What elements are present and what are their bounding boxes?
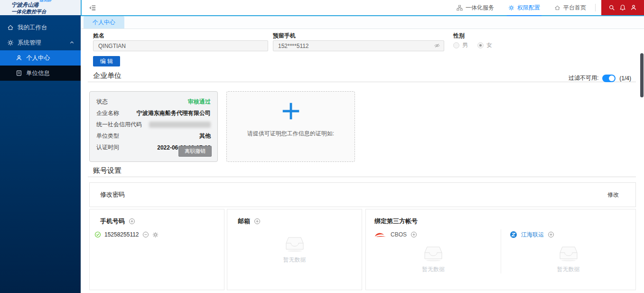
third-party-title: 绑定第三方帐号 — [374, 217, 418, 226]
change-password-row: 修改密码 修改 — [89, 182, 636, 207]
reserved-phone-input[interactable] — [273, 40, 444, 51]
resign-revoke-button[interactable]: 离职撤销 — [178, 146, 212, 157]
status-label: 状态 — [96, 98, 108, 106]
menu-fold-button[interactable] — [89, 4, 96, 11]
reserved-phone-label: 预留手机 — [273, 32, 296, 40]
sitemap-icon — [457, 5, 463, 11]
header-divider — [595, 4, 596, 11]
sidebar-item-label: 系统管理 — [18, 39, 41, 47]
edit-button[interactable]: 编 辑 — [93, 56, 120, 66]
nav-permission-config[interactable]: 权限配置 — [501, 0, 547, 15]
empty-text: 暂无数据 — [422, 265, 445, 274]
gender-male-label: 男 — [462, 41, 468, 49]
company-section-title: 企业单位 — [93, 71, 121, 80]
filter-label: 过滤不可用: — [569, 74, 598, 82]
brand-name: 宁波舟山港NB PORT — [11, 2, 48, 8]
gear-icon — [508, 5, 514, 11]
user-icon — [16, 55, 22, 61]
gender-female-label: 女 — [486, 41, 492, 49]
toggle-knob — [609, 76, 615, 81]
plus-icon — [280, 100, 302, 122]
header-action-bar — [601, 0, 644, 15]
nav-integrated-services[interactable]: 一体化服务 — [449, 0, 501, 15]
account-section-title: 账号设置 — [93, 166, 121, 175]
sidebar-item-personal-center[interactable]: 个人中心 — [0, 50, 81, 66]
company-name-label: 企业名称 — [96, 109, 119, 117]
modify-link[interactable]: 修改 — [607, 191, 619, 199]
app-window: 宁波舟山港NB PORT 一体化数控平台 我的工作台 系统管理 个人中心 — [0, 0, 644, 293]
name-input[interactable] — [93, 40, 268, 51]
add-email-icon[interactable] — [254, 218, 261, 225]
radio-female[interactable] — [477, 42, 484, 48]
section-divider — [88, 82, 636, 82]
bind-jianghai-icon[interactable] — [548, 231, 554, 238]
filter-toggle[interactable] — [602, 75, 616, 82]
third-party-card: 绑定第三方帐号 CBOS 暂无数据 — [365, 209, 636, 290]
phone-settings-icon[interactable] — [152, 232, 159, 238]
brand-sup: NB PORT — [40, 0, 48, 2]
add-phone-icon[interactable] — [129, 218, 135, 225]
gender-option-female[interactable]: 女 — [477, 41, 492, 49]
email-card: 邮箱 暂无数据 — [227, 209, 362, 290]
jianghai-name: 江海联运 — [521, 231, 544, 239]
add-card-hint: 请提供可证明您工作信息的证明如: — [247, 130, 334, 138]
add-company-card[interactable]: 请提供可证明您工作信息的证明如: — [226, 91, 355, 162]
cbos-section: CBOS 暂无数据 — [366, 229, 501, 274]
vertical-scrollbar[interactable] — [640, 53, 644, 97]
phone-card-title: 手机号码 — [100, 217, 125, 226]
sidebar-item-workbench[interactable]: 我的工作台 — [0, 20, 81, 35]
jianghai-empty-state: 暂无数据 — [501, 245, 635, 274]
phone-entry-row: 15258255112 — [90, 231, 224, 238]
check-circle-icon — [94, 231, 101, 238]
cert-time-label: 认证时间 — [96, 143, 119, 151]
empty-text: 暂无数据 — [557, 265, 580, 274]
home-icon — [554, 5, 560, 11]
cbos-logo-icon — [374, 231, 387, 238]
filter-unavailable-row: 过滤不可用: (1/4) — [569, 74, 631, 82]
sidebar-item-label: 个人中心 — [26, 54, 50, 62]
gender-option-male[interactable]: 男 — [453, 41, 468, 49]
change-password-label: 修改密码 — [100, 190, 125, 199]
empty-inbox-icon — [557, 245, 580, 262]
tab-personal-center[interactable]: 个人中心 — [84, 16, 124, 28]
nav-label: 一体化服务 — [466, 4, 494, 12]
section-divider — [88, 177, 636, 177]
nav-platform-home[interactable]: 平台首页 — [547, 0, 593, 15]
empty-inbox-icon — [283, 235, 306, 252]
sidebar-item-label: 单位信息 — [26, 69, 50, 77]
sidebar-item-system-management[interactable]: 系统管理 — [0, 35, 81, 50]
unit-type-label: 单位类型 — [96, 132, 119, 140]
eye-invisible-icon[interactable] — [434, 42, 440, 51]
gear-icon — [7, 39, 14, 46]
filter-count: (1/4) — [619, 75, 631, 82]
name-label: 姓名 — [93, 32, 104, 40]
nav-label: 权限配置 — [517, 4, 540, 12]
sidebar-menu: 我的工作台 系统管理 个人中心 单位信息 — [0, 15, 81, 81]
credit-code-label: 统一社会信用代码 — [96, 121, 142, 129]
jianghai-provider-row: 江海联运 — [501, 229, 635, 240]
radio-male[interactable] — [453, 42, 459, 48]
bell-icon[interactable] — [619, 4, 626, 11]
sidebar-submenu: 个人中心 单位信息 — [0, 50, 81, 81]
gender-radio-group: 男 女 — [453, 41, 492, 49]
remove-phone-icon[interactable] — [142, 231, 149, 238]
unit-type-value: 其他 — [199, 132, 211, 140]
brand-logo: 宁波舟山港NB PORT 一体化数控平台 — [0, 0, 81, 15]
search-icon[interactable] — [608, 4, 615, 11]
gender-label: 性别 — [453, 32, 465, 40]
jianghai-logo-icon — [510, 231, 517, 238]
email-card-title: 邮箱 — [238, 217, 250, 226]
cbos-empty-state: 暂无数据 — [366, 245, 501, 274]
cbos-provider-row: CBOS — [366, 229, 501, 240]
company-card: 状态 审核通过 企业名称 宁波港东南船务代理有限公司 统一社会信用代码 单位类型… — [89, 91, 218, 162]
bind-cbos-icon[interactable] — [411, 231, 417, 238]
sidebar-item-unit-info[interactable]: 单位信息 — [0, 66, 81, 81]
sidebar-item-label: 我的工作台 — [18, 24, 47, 32]
status-badge: 审核通过 — [188, 98, 211, 106]
empty-text: 暂无数据 — [283, 256, 306, 264]
empty-inbox-icon — [422, 245, 445, 262]
top-header: 一体化服务 权限配置 平台首页 — [81, 0, 644, 16]
user-icon[interactable] — [630, 4, 637, 11]
brand-subtitle: 一体化数控平台 — [11, 9, 48, 15]
main-content: 姓名 预留手机 性别 男 女 编 辑 企业单位 过滤不可用: (1/4) — [81, 29, 644, 293]
